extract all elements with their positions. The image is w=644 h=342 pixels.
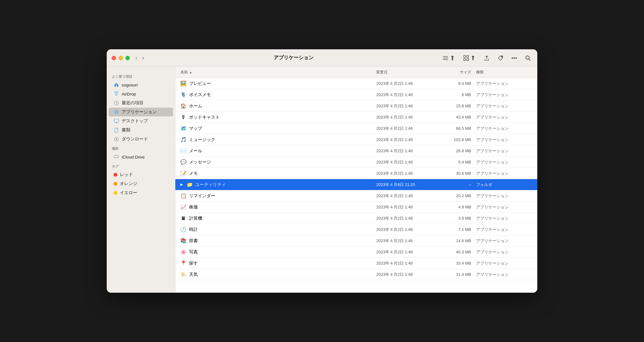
file-date: 2023年４月2日 1:46	[376, 115, 439, 120]
file-date: 2023年４月2日 1:46	[376, 103, 439, 109]
titlebar: ‹ › アプリケーション	[107, 49, 537, 67]
file-size: 4.9 MB	[439, 205, 476, 209]
file-icon: 🎙	[180, 114, 187, 120]
col-date-header[interactable]: 変更日	[376, 70, 439, 75]
file-name: 株価	[189, 204, 198, 210]
file-icon: 🖩	[180, 215, 187, 222]
file-date: 2023年４月2日 1:46	[376, 171, 439, 176]
file-size: 31.4 MB	[439, 272, 476, 277]
file-kind: アプリケーション	[476, 238, 532, 244]
red-tag-dot	[114, 173, 117, 177]
nav-buttons: ‹ ›	[134, 54, 146, 62]
minimize-button[interactable]	[119, 56, 123, 60]
table-row[interactable]: 📍探す2023年４月2日 1:4633.4 MBアプリケーション	[175, 258, 537, 269]
file-icon: 🌤️	[180, 271, 187, 278]
table-row[interactable]: 🖼️プレビュー2023年４月2日 1:469.4 MBアプリケーション	[175, 78, 537, 89]
table-row[interactable]: 📈株価2023年４月2日 1:464.9 MBアプリケーション	[175, 202, 537, 213]
file-icon: ✉️	[180, 148, 187, 154]
table-row[interactable]: 📋リマインダー2023年４月2日 1:4620.2 MBアプリケーション	[175, 190, 537, 202]
sidebar-item-tag-red[interactable]: レッド	[109, 170, 173, 179]
sidebar-item-applications[interactable]: アプリケーション	[109, 108, 173, 116]
table-row[interactable]: 🖩計算機2023年４月2日 1:463.9 MBアプリケーション	[175, 213, 537, 224]
file-size: 14.6 MB	[439, 238, 476, 243]
table-row[interactable]: 🕐時計2023年４月2日 1:467.1 MBアプリケーション	[175, 224, 537, 235]
col-kind-header[interactable]: 種類	[476, 70, 532, 75]
col-name-header[interactable]: 名前 ▲	[180, 70, 376, 75]
table-row[interactable]: 📚辞書2023年４月2日 1:4614.6 MBアプリケーション	[175, 235, 537, 247]
svg-point-13	[116, 94, 117, 95]
tags-label: タグ	[107, 162, 175, 170]
maximize-button[interactable]	[125, 56, 130, 60]
sidebar-item-downloads[interactable]: ダウンロード	[109, 135, 173, 144]
airdrop-icon	[114, 91, 119, 97]
sidebar: よく使う項目 sogosuri AirDrop	[107, 67, 175, 293]
table-row[interactable]: 🏠ホーム2023年４月2日 1:4615.8 MBアプリケーション	[175, 100, 537, 112]
table-row[interactable]: 🎵ミュージック2023年４月2日 1:46102.8 MBアプリケーション	[175, 134, 537, 145]
file-icon: 🎵	[180, 137, 187, 143]
svg-rect-4	[467, 56, 469, 57]
file-icon: 📁	[187, 182, 193, 188]
share-button[interactable]	[482, 54, 491, 62]
file-kind: アプリケーション	[476, 115, 532, 120]
download-icon	[114, 136, 119, 142]
list-view-button[interactable]	[441, 54, 457, 62]
more-button[interactable]	[510, 54, 519, 62]
file-kind: アプリケーション	[476, 272, 532, 277]
table-row[interactable]: 🌸写真2023年４月2日 1:4640.3 MBアプリケーション	[175, 247, 537, 258]
file-date: 2023年４月8日 21:25	[376, 182, 439, 188]
sidebar-item-desktop[interactable]: デスクトップ	[109, 117, 173, 125]
col-size-header[interactable]: サイズ	[439, 70, 476, 75]
file-date: 2023年４月2日 1:46	[376, 81, 439, 86]
file-name: ホーム	[189, 103, 202, 109]
sidebar-item-tag-orange[interactable]: オレンジ	[109, 179, 173, 188]
places-label: 場所	[107, 144, 175, 152]
sort-arrow: ▲	[189, 71, 192, 74]
table-row[interactable]: 🎙ポッドキャスト2023年４月2日 1:4643.6 MBアプリケーション	[175, 112, 537, 123]
file-icon: 🎙️	[180, 92, 187, 98]
table-row[interactable]: ✉️メール2023年４月2日 1:4626.8 MBアプリケーション	[175, 145, 537, 157]
sidebar-documents-label: 書類	[122, 127, 130, 133]
file-size: 15.8 MB	[439, 104, 476, 108]
table-row[interactable]: 🎙️ボイスメモ2023年４月2日 1:466 MBアプリケーション	[175, 89, 537, 100]
file-date: 2023年４月2日 1:46	[376, 159, 439, 165]
table-row[interactable]: 📝メモ2023年４月2日 1:4630.6 MBアプリケーション	[175, 168, 537, 179]
table-row[interactable]: 💬メッセージ2023年４月2日 1:465.4 MBアプリケーション	[175, 157, 537, 168]
file-name: メッセージ	[189, 159, 211, 165]
file-date: 2023年４月2日 1:46	[376, 261, 439, 266]
file-date: 2023年４月2日 1:46	[376, 92, 439, 98]
back-button[interactable]: ‹	[134, 54, 139, 62]
sidebar-item-tag-yellow[interactable]: イエロー	[109, 188, 173, 197]
apps-icon	[114, 109, 119, 115]
sidebar-item-icloud[interactable]: iCloud Drive	[109, 153, 173, 161]
sidebar-airdrop-label: AirDrop	[122, 92, 136, 96]
file-name: 天気	[189, 272, 198, 277]
file-icon: 🖼️	[180, 81, 187, 87]
file-size: --	[439, 182, 476, 187]
content: よく使う項目 sogosuri AirDrop	[107, 67, 537, 293]
file-kind: アプリケーション	[476, 216, 532, 221]
file-name: ミュージック	[189, 137, 215, 143]
file-date: 2023年４月2日 1:46	[376, 227, 439, 232]
house-icon	[114, 82, 119, 88]
file-kind: アプリケーション	[476, 148, 532, 154]
expand-arrow-icon: ▶	[180, 183, 183, 187]
table-row[interactable]: 🌤️天気2023年４月2日 1:4631.4 MBアプリケーション	[175, 269, 537, 280]
file-kind: アプリケーション	[476, 126, 532, 131]
svg-rect-3	[464, 56, 466, 57]
column-header: 名前 ▲ 変更日 サイズ 種類	[175, 67, 537, 78]
yellow-tag-dot	[114, 191, 117, 195]
sidebar-item-recents[interactable]: 最近の項目	[109, 99, 173, 107]
tag-button[interactable]	[496, 54, 505, 62]
sidebar-item-sogosuri[interactable]: sogosuri	[109, 81, 173, 89]
file-size: 102.8 MB	[439, 137, 476, 142]
table-row[interactable]: 🗺️マップ2023年４月2日 1:4666.5 MBアプリケーション	[175, 123, 537, 134]
search-button[interactable]	[524, 54, 532, 62]
close-button[interactable]	[112, 56, 116, 60]
file-name: 時計	[189, 227, 198, 232]
sidebar-item-documents[interactable]: 書類	[109, 126, 173, 134]
sidebar-item-airdrop[interactable]: AirDrop	[109, 90, 173, 98]
grid-view-button[interactable]	[462, 54, 477, 62]
table-row[interactable]: ▶📁ユーティリティ2023年４月8日 21:25--フォルダ	[175, 179, 537, 190]
file-kind: フォルダ	[476, 182, 532, 188]
forward-button[interactable]: ›	[140, 54, 146, 62]
